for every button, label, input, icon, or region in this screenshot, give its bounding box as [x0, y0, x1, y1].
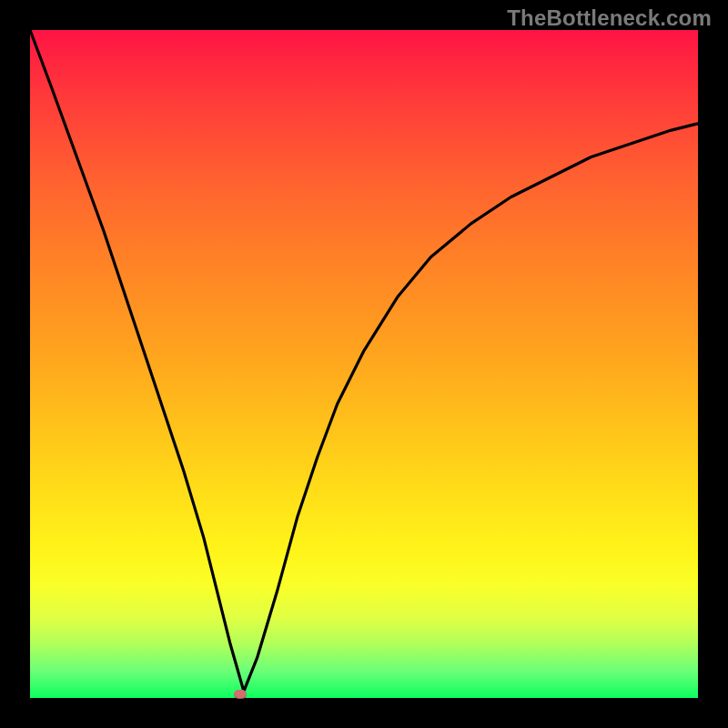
chart-frame: TheBottleneck.com: [0, 0, 728, 728]
bottleneck-curve: [30, 30, 698, 698]
plot-area: [30, 30, 698, 698]
watermark-label: TheBottleneck.com: [507, 5, 712, 31]
optimum-marker: [234, 690, 247, 699]
